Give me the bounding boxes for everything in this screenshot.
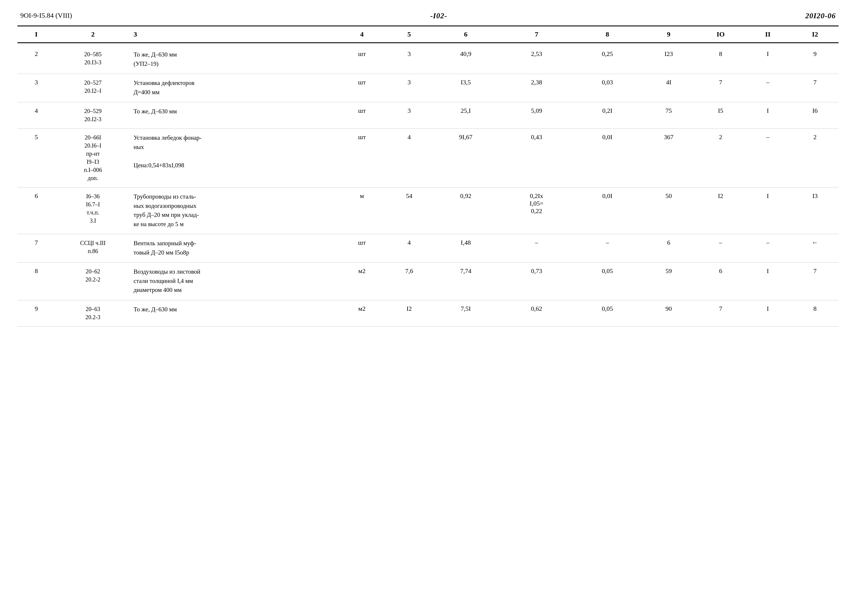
table-cell-12: I3 [791, 188, 839, 234]
main-table: I 2 3 4 5 6 7 8 9 IO II I2 220–585 20.I3… [17, 26, 839, 327]
table-cell-3: То же, Д–630 мм [131, 300, 338, 326]
table-row: 820–62 20.2-2Воздуховоды из листовой ста… [17, 263, 839, 300]
table-cell-4: шт [338, 74, 385, 102]
table-cell-5: 54 [385, 188, 433, 234]
table-row: 420–529 20.I2-3То же, Д–630 ммшт325,I5,0… [17, 102, 839, 129]
table-cell-9: 50 [640, 188, 697, 234]
table-cell-9: I23 [640, 43, 697, 74]
table-cell-11: – [744, 234, 791, 263]
table-cell-7: – [499, 234, 574, 263]
table-cell-8: 0,25 [574, 43, 640, 74]
table-cell-8: 0,2I [574, 102, 640, 129]
table-cell-6: 25,I [433, 102, 499, 129]
header-center: -I02- [430, 12, 447, 20]
table-cell-5: 3 [385, 43, 433, 74]
table-cell-6: 7,74 [433, 263, 499, 300]
table-cell-6: 40,9 [433, 43, 499, 74]
table-cell-3: Установка лебедок фонар- ных Цена:0,54+8… [131, 129, 338, 188]
table-cell-3: Воздуховоды из листовой стали толщиной I… [131, 263, 338, 300]
col-header-4: 4 [338, 26, 385, 43]
table-cell-11: I [744, 102, 791, 129]
table-cell-5: 3 [385, 74, 433, 102]
table-cell-4: шт [338, 234, 385, 263]
table-cell-7: 2,38 [499, 74, 574, 102]
table-cell-12: 9 [791, 43, 839, 74]
table-cell-5: 4 [385, 234, 433, 263]
col-header-1: I [17, 26, 55, 43]
table-cell-1: 3 [17, 74, 55, 102]
table-cell-7: 0,73 [499, 263, 574, 300]
table-cell-5: 3 [385, 102, 433, 129]
table-cell-3: То же, Д–630 мм [131, 102, 338, 129]
table-cell-1: 4 [17, 102, 55, 129]
table-cell-10: 6 [697, 263, 744, 300]
table-cell-7: 0,62 [499, 300, 574, 326]
col-header-5: 5 [385, 26, 433, 43]
table-cell-7: 5,09 [499, 102, 574, 129]
table-cell-12: I6 [791, 102, 839, 129]
table-cell-8: 0,05 [574, 300, 640, 326]
table-cell-4: м2 [338, 263, 385, 300]
table-cell-10: 7 [697, 300, 744, 326]
table-cell-12: 7 [791, 74, 839, 102]
table-cell-4: шт [338, 43, 385, 74]
table-cell-3: То же, Д–630 мм (УП2–19) [131, 43, 338, 74]
table-cell-2: 20–585 20.I3-3 [55, 43, 131, 74]
table-cell-2: 20–529 20.I2-3 [55, 102, 131, 129]
table-cell-9: 6 [640, 234, 697, 263]
table-cell-8: – [574, 234, 640, 263]
table-cell-2: ССЦI ч.III п.86 [55, 234, 131, 263]
table-cell-9: 90 [640, 300, 697, 326]
col-header-12: I2 [791, 26, 839, 43]
table-cell-9: 59 [640, 263, 697, 300]
table-cell-5: 7,6 [385, 263, 433, 300]
table-cell-2: 20–66I 20.I6–I пр-нт I9–I3 п.I–006 доп. [55, 129, 131, 188]
table-cell-5: 4 [385, 129, 433, 188]
table-cell-6: 0,92 [433, 188, 499, 234]
table-cell-1: 8 [17, 263, 55, 300]
table-cell-1: 9 [17, 300, 55, 326]
table-cell-3: Установка дефлекторов Д=400 мм [131, 74, 338, 102]
table-header-row: I 2 3 4 5 6 7 8 9 IO II I2 [17, 26, 839, 43]
table-row: 6I6–36 I6.7–I т.ч.п. 3.IТрубопроводы из … [17, 188, 839, 234]
table-cell-10: I5 [697, 102, 744, 129]
table-cell-6: 9I,67 [433, 129, 499, 188]
page-header: 9OI-9-I5.84 (VIII) -I02- 20I20-06 [17, 12, 839, 20]
table-cell-4: шт [338, 102, 385, 129]
table-cell-11: I [744, 188, 791, 234]
col-header-11: II [744, 26, 791, 43]
table-cell-8: 0,03 [574, 74, 640, 102]
table-cell-10: 8 [697, 43, 744, 74]
table-cell-1: 5 [17, 129, 55, 188]
table-cell-6: 7,5I [433, 300, 499, 326]
table-cell-10: 7 [697, 74, 744, 102]
table-cell-2: I6–36 I6.7–I т.ч.п. 3.I [55, 188, 131, 234]
table-cell-8: 0,0I [574, 129, 640, 188]
table-cell-2: 20–63 20.2-3 [55, 300, 131, 326]
col-header-10: IO [697, 26, 744, 43]
table-cell-11: – [744, 129, 791, 188]
table-row: 920–63 20.2-3То же, Д–630 ммм2I27,5I0,62… [17, 300, 839, 326]
table-cell-6: I3,5 [433, 74, 499, 102]
table-cell-2: 20–62 20.2-2 [55, 263, 131, 300]
table-cell-7: 0,2Iх I,05= 0,22 [499, 188, 574, 234]
header-left: 9OI-9-I5.84 (VIII) [20, 12, 72, 19]
table-cell-9: 4I [640, 74, 697, 102]
table-cell-12: 2 [791, 129, 839, 188]
table-row: 520–66I 20.I6–I пр-нт I9–I3 п.I–006 доп.… [17, 129, 839, 188]
table-cell-10: – [697, 234, 744, 263]
col-header-8: 8 [574, 26, 640, 43]
table-cell-12: 7 [791, 263, 839, 300]
table-row: 320–527 20.I2–IУстановка дефлекторов Д=4… [17, 74, 839, 102]
table-cell-4: м [338, 188, 385, 234]
table-row: 220–585 20.I3-3То же, Д–630 мм (УП2–19)ш… [17, 43, 839, 74]
table-cell-1: 7 [17, 234, 55, 263]
table-cell-5: I2 [385, 300, 433, 326]
table-cell-6: I,48 [433, 234, 499, 263]
table-cell-10: I2 [697, 188, 744, 234]
col-header-7: 7 [499, 26, 574, 43]
col-header-6: 6 [433, 26, 499, 43]
table-cell-7: 2,53 [499, 43, 574, 74]
table-cell-11: I [744, 43, 791, 74]
table-cell-9: 367 [640, 129, 697, 188]
